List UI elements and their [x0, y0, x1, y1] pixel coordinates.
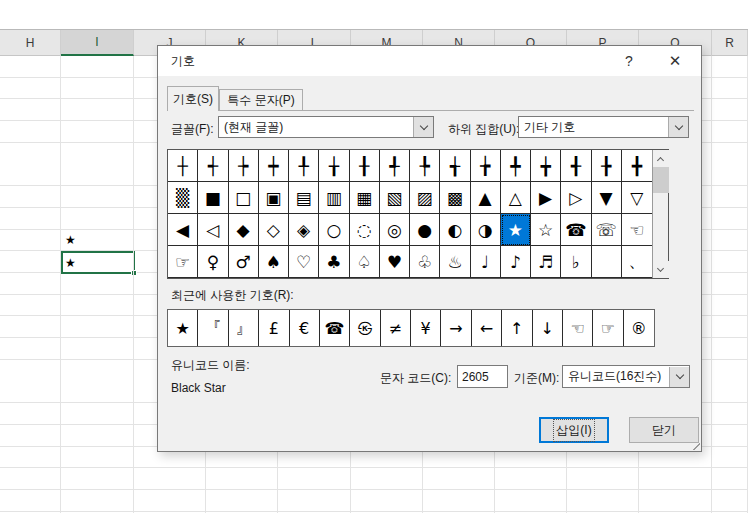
- symbol-cell[interactable]: ☏: [592, 214, 622, 246]
- symbol-cell[interactable]: ╉: [561, 150, 591, 182]
- cell-with-star[interactable]: ★: [61, 230, 134, 252]
- symbol-cell[interactable]: ♀: [198, 246, 228, 278]
- symbol-cell[interactable]: ♣: [319, 246, 349, 278]
- symbol-cell[interactable]: ▩: [440, 182, 470, 214]
- symbol-cell[interactable]: ●: [410, 214, 440, 246]
- symbol-cell[interactable]: ▤: [289, 182, 319, 214]
- symbol-cell[interactable]: ◁: [198, 214, 228, 246]
- symbol-cell[interactable]: ▧: [380, 182, 410, 214]
- scroll-up-button[interactable]: [653, 150, 669, 167]
- symbol-cell[interactable]: ▣: [259, 182, 289, 214]
- recent-symbol-cell[interactable]: ㉿: [350, 310, 380, 346]
- subset-select[interactable]: 기타 기호: [518, 116, 689, 138]
- tab-special-characters[interactable]: 특수 문자(P): [219, 89, 303, 110]
- symbol-cell[interactable]: ♡: [289, 246, 319, 278]
- scroll-down-button[interactable]: [653, 261, 669, 278]
- symbol-cell[interactable]: ▒: [168, 182, 198, 214]
- recent-symbol-cell[interactable]: ☜: [563, 310, 593, 346]
- symbol-cell[interactable]: ╄: [410, 150, 440, 182]
- symbol-cell[interactable]: ┼: [168, 150, 198, 182]
- symbol-cell[interactable]: ╀: [289, 150, 319, 182]
- symbol-cell[interactable]: ╊: [592, 150, 622, 182]
- symbol-cell[interactable]: ◀: [168, 214, 198, 246]
- symbol-cell[interactable]: ◆: [229, 214, 259, 246]
- symbol-cell[interactable]: [592, 246, 622, 278]
- help-button[interactable]: ?: [609, 46, 649, 76]
- cell-selection-border[interactable]: [61, 251, 135, 274]
- recent-symbol-cell[interactable]: ★: [168, 310, 198, 346]
- symbol-cell[interactable]: ╈: [531, 150, 561, 182]
- recent-symbol-cell[interactable]: ←: [472, 310, 502, 346]
- symbol-cell[interactable]: ╆: [471, 150, 501, 182]
- symbol-cell[interactable]: ■: [198, 182, 228, 214]
- symbol-cell[interactable]: ♨: [440, 246, 470, 278]
- close-icon[interactable]: ✕: [655, 46, 695, 76]
- recent-symbol-cell[interactable]: ≠: [381, 310, 411, 346]
- symbol-cell[interactable]: ┽: [198, 150, 228, 182]
- symbol-cell[interactable]: ╂: [350, 150, 380, 182]
- symbol-cell[interactable]: ☜: [622, 214, 652, 246]
- symbol-cell[interactable]: □: [229, 182, 259, 214]
- symbol-cell[interactable]: ☎: [561, 214, 591, 246]
- recent-symbol-cell[interactable]: ↓: [533, 310, 563, 346]
- symbol-cell[interactable]: ╃: [380, 150, 410, 182]
- recent-symbol-cell[interactable]: 『: [198, 310, 228, 346]
- from-dropdown-button[interactable]: [669, 367, 689, 387]
- symbol-cell[interactable]: ♧: [410, 246, 440, 278]
- recent-symbol-cell[interactable]: ☞: [593, 310, 623, 346]
- recent-symbol-cell[interactable]: →: [441, 310, 471, 346]
- symbol-cell[interactable]: ○: [319, 214, 349, 246]
- recent-symbol-cell[interactable]: ☎: [320, 310, 350, 346]
- subset-dropdown-button[interactable]: [668, 117, 688, 137]
- symbol-cell[interactable]: ☞: [168, 246, 198, 278]
- recent-symbol-cell[interactable]: 』: [229, 310, 259, 346]
- scrollbar-thumb[interactable]: [653, 167, 669, 193]
- insert-button[interactable]: 삽입(I): [539, 417, 609, 443]
- symbol-cell[interactable]: ╇: [501, 150, 531, 182]
- column-header-I[interactable]: I: [61, 30, 134, 56]
- symbol-cell[interactable]: ☆: [531, 214, 561, 246]
- symbol-cell[interactable]: ▨: [410, 182, 440, 214]
- tab-symbols[interactable]: 기호(S): [167, 86, 219, 111]
- fill-handle[interactable]: [131, 270, 137, 276]
- symbol-cell[interactable]: ▽: [622, 182, 652, 214]
- symbol-cell[interactable]: ▶: [531, 182, 561, 214]
- symbol-cell-selected[interactable]: ★: [501, 214, 531, 246]
- recent-symbol-cell[interactable]: ¥: [411, 310, 441, 346]
- recent-symbol-cell[interactable]: ↑: [502, 310, 532, 346]
- column-header-R[interactable]: R: [712, 30, 748, 56]
- symbol-cell[interactable]: ▥: [319, 182, 349, 214]
- close-button[interactable]: 닫기: [629, 417, 699, 443]
- recent-symbol-cell[interactable]: €: [290, 310, 320, 346]
- symbol-cell[interactable]: ╁: [319, 150, 349, 182]
- symbol-cell[interactable]: ♭: [561, 246, 591, 278]
- symbol-cell[interactable]: ◇: [259, 214, 289, 246]
- symbol-cell[interactable]: ▦: [350, 182, 380, 214]
- symbol-cell[interactable]: 、: [622, 246, 652, 278]
- dialog-titlebar[interactable]: 기호 ? ✕: [158, 46, 701, 76]
- symbol-cell[interactable]: ♂: [229, 246, 259, 278]
- symbol-cell[interactable]: ♤: [350, 246, 380, 278]
- font-select[interactable]: (현재 글꼴): [218, 116, 434, 138]
- symbol-cell[interactable]: ♬: [531, 246, 561, 278]
- symbol-cell[interactable]: ┿: [259, 150, 289, 182]
- symbol-cell[interactable]: ♩: [471, 246, 501, 278]
- symbol-cell[interactable]: ◐: [440, 214, 470, 246]
- symbol-cell[interactable]: ◌: [350, 214, 380, 246]
- symbol-cell[interactable]: ╅: [440, 150, 470, 182]
- column-header-H[interactable]: H: [0, 30, 61, 56]
- char-code-input[interactable]: [457, 365, 508, 388]
- symbol-cell[interactable]: ◎: [380, 214, 410, 246]
- symbol-cell[interactable]: ◈: [289, 214, 319, 246]
- symbol-cell[interactable]: ▷: [561, 182, 591, 214]
- symbol-cell[interactable]: ◑: [471, 214, 501, 246]
- symbol-cell[interactable]: ╋: [622, 150, 652, 182]
- symbol-cell[interactable]: ♪: [501, 246, 531, 278]
- symbol-cell[interactable]: ▲: [471, 182, 501, 214]
- grid-scrollbar[interactable]: [652, 150, 668, 278]
- symbol-cell[interactable]: △: [501, 182, 531, 214]
- symbol-cell[interactable]: ♠: [259, 246, 289, 278]
- recent-symbol-cell[interactable]: £: [259, 310, 289, 346]
- recent-symbol-cell[interactable]: ®: [624, 310, 654, 346]
- symbol-cell[interactable]: ▼: [592, 182, 622, 214]
